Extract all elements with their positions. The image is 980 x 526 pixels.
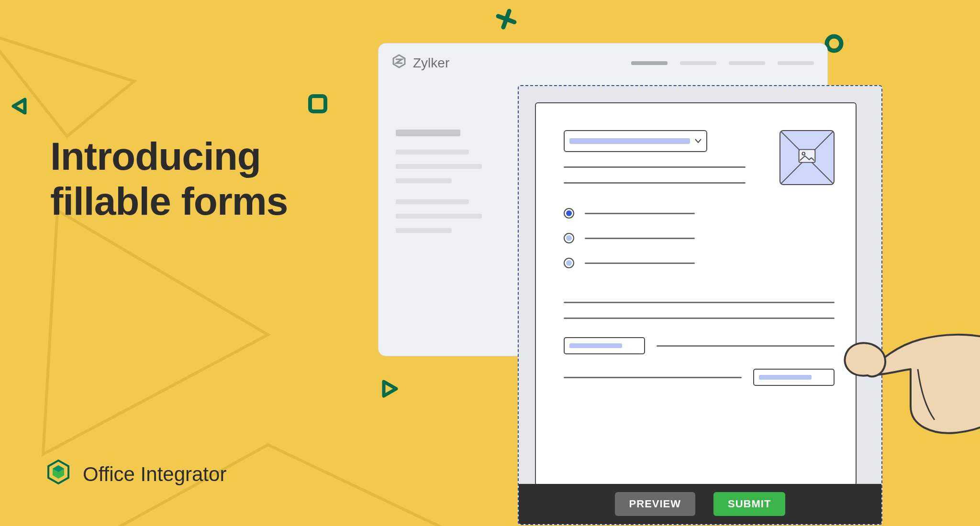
hand-illustration-icon <box>822 287 980 449</box>
mock-side-line <box>396 150 469 154</box>
mock-app-brand: Zylker <box>392 54 449 72</box>
mock-side-line <box>396 199 469 204</box>
radio-icon <box>564 208 574 219</box>
headline: Introducing fillable forms <box>50 134 288 224</box>
radio-option[interactable] <box>564 233 835 243</box>
radio-option-label <box>585 238 695 239</box>
form-text-field[interactable] <box>564 337 645 354</box>
radio-option[interactable] <box>564 208 835 219</box>
mock-app-brand-label: Zylker <box>413 55 449 71</box>
form-text-line <box>564 182 746 184</box>
radio-option-label <box>585 263 695 264</box>
text-field-value <box>759 375 812 380</box>
triangle-left-icon <box>10 96 31 117</box>
zylker-logo-icon <box>392 54 406 72</box>
radio-option-label <box>585 213 695 214</box>
bg-polyline-top-left <box>0 19 182 143</box>
form-document <box>535 102 857 486</box>
form-text-line <box>657 345 835 347</box>
image-placeholder[interactable] <box>780 130 835 185</box>
brand-footer-text: Office Integrator <box>83 463 226 486</box>
mock-tabs <box>631 61 814 65</box>
radio-icon <box>564 233 574 243</box>
mock-side-heading <box>396 130 460 136</box>
submit-button[interactable]: SUBMIT <box>713 492 785 516</box>
mock-side-line <box>396 178 452 183</box>
svg-rect-0 <box>310 96 325 111</box>
headline-line-1: Introducing <box>50 134 288 179</box>
svg-rect-9 <box>799 150 815 163</box>
mock-side-line <box>396 228 452 233</box>
form-text-line <box>564 377 742 378</box>
illustration-stage: Zylker <box>349 29 952 507</box>
form-action-bar: PREVIEW SUBMIT <box>519 484 881 524</box>
mock-side-line <box>396 214 482 219</box>
mock-side-line <box>396 164 482 169</box>
headline-line-2: fillable forms <box>50 179 288 224</box>
radio-group <box>564 208 835 268</box>
dropdown-value-placeholder <box>569 138 690 144</box>
mock-tab <box>680 61 716 65</box>
form-dropdown[interactable] <box>564 130 707 152</box>
square-small-icon <box>307 93 328 114</box>
text-field-value <box>569 343 622 348</box>
mock-side-text <box>396 130 482 242</box>
chevron-down-icon <box>694 137 702 145</box>
mock-tab <box>729 61 765 65</box>
mock-tab <box>778 61 814 65</box>
preview-button[interactable]: PREVIEW <box>615 492 695 516</box>
radio-icon <box>564 258 574 268</box>
bg-triangle-big <box>29 206 287 464</box>
radio-option[interactable] <box>564 258 835 268</box>
office-integrator-logo-icon <box>45 459 71 490</box>
brand-footer: Office Integrator <box>45 459 226 490</box>
mock-tab <box>631 61 668 65</box>
